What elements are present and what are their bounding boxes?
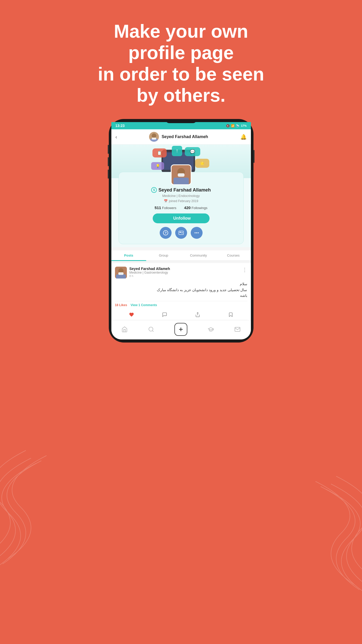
followers-label: Followers xyxy=(162,206,176,210)
profile-badge: S xyxy=(151,187,157,193)
profile-avatar xyxy=(171,164,191,185)
question-icon: ? xyxy=(163,230,168,235)
profile-stats: 511 Followers 420 Followings xyxy=(124,205,238,210)
nav-courses[interactable] xyxy=(208,326,214,332)
back-button[interactable]: ‹ xyxy=(115,134,117,140)
profile-joined: 📅 joined February 2019 xyxy=(124,199,238,203)
tab-courses[interactable]: Courses xyxy=(216,250,251,260)
followers-count: 511 xyxy=(155,205,161,210)
svg-point-29 xyxy=(198,232,199,233)
post-engagement: 18 Likes View 1 Comments xyxy=(115,301,247,309)
phone-notch xyxy=(166,119,197,123)
followings-label: Followings xyxy=(191,206,207,210)
nav-messages[interactable] xyxy=(234,326,241,332)
comment-icon xyxy=(162,312,167,317)
bottom-navigation xyxy=(111,320,251,339)
svg-rect-33 xyxy=(118,272,124,275)
svg-point-35 xyxy=(149,327,153,331)
notification-bell-icon[interactable]: 🔔 xyxy=(240,134,247,140)
post-avatar-img xyxy=(115,267,127,279)
more-icon xyxy=(194,230,199,236)
more-action-button[interactable] xyxy=(191,227,203,239)
help-action-button[interactable]: ? xyxy=(160,227,172,239)
post-menu-button[interactable]: ⋮ xyxy=(242,267,247,273)
svg-text:📋: 📋 xyxy=(157,150,162,155)
svg-rect-23 xyxy=(179,231,183,235)
svg-line-36 xyxy=(152,331,153,332)
nav-search[interactable] xyxy=(148,326,154,332)
heart-icon xyxy=(129,312,134,317)
svg-rect-3 xyxy=(152,138,156,140)
post-meta: Seyed Farshad Allameh Medicine | Gastroe… xyxy=(129,267,240,277)
followings-stat: 420 Followings xyxy=(184,205,207,210)
mail-icon xyxy=(234,326,241,332)
svg-point-28 xyxy=(196,232,197,233)
search-icon xyxy=(148,326,154,332)
nav-create-button[interactable] xyxy=(174,323,187,336)
tab-group[interactable]: Group xyxy=(146,250,181,260)
share-icon xyxy=(195,312,200,317)
svg-point-1 xyxy=(152,133,156,138)
profile-tabs: Posts Group Community Courses xyxy=(111,250,251,261)
post-time: 8 h xyxy=(129,274,240,277)
share-button[interactable] xyxy=(195,312,200,317)
profile-name-row: S Seyed Farshad Allameh xyxy=(124,187,238,193)
unfollow-button[interactable]: Unfollow xyxy=(153,213,210,223)
post-text-line1: سلام xyxy=(115,281,247,287)
wifi-icon: 📶 xyxy=(231,124,235,128)
volume-up-button xyxy=(108,145,109,154)
post-text-line3: باشه xyxy=(115,293,247,298)
post-header: Seyed Farshad Allameh Medicine | Gastroe… xyxy=(115,267,247,279)
media-action-button[interactable] xyxy=(175,227,187,239)
svg-rect-24 xyxy=(180,232,181,233)
header-center: Seyed Farshad Allameh xyxy=(149,132,208,142)
profile-avatar-wrap xyxy=(124,164,238,185)
app-header: ‹ Seyed Farshad Allameh xyxy=(111,129,251,145)
post-author-specialty: Medicine | Gastroenterology xyxy=(129,271,240,274)
post-author-avatar xyxy=(115,267,127,279)
post-card: Seyed Farshad Allameh Medicine | Gastroe… xyxy=(111,263,251,320)
followers-stat: 511 Followers xyxy=(155,205,176,210)
tab-community[interactable]: Community xyxy=(181,250,216,260)
svg-point-27 xyxy=(195,232,196,233)
joined-text: joined February 2019 xyxy=(169,199,198,203)
signal-icon: 📡 xyxy=(236,124,240,128)
power-button xyxy=(253,150,255,163)
bookmark-icon xyxy=(228,312,233,317)
header-avatar-img xyxy=(149,132,159,142)
profile-name: Seyed Farshad Allameh xyxy=(158,187,211,193)
media-icon xyxy=(178,230,184,236)
app-screen: ‹ Seyed Farshad Allameh xyxy=(111,129,251,339)
hero-line2: in order to be seen by others. xyxy=(91,63,272,106)
mute-icon: 🔇 xyxy=(226,124,230,128)
status-bar: 13:23 🔇 📶 📡 17% xyxy=(111,122,251,129)
silent-button xyxy=(108,170,109,179)
volume-down-button xyxy=(108,157,109,166)
post-actions xyxy=(115,309,247,320)
plus-icon xyxy=(178,326,184,332)
like-button[interactable] xyxy=(129,312,134,317)
svg-text:↑: ↑ xyxy=(176,148,178,153)
profile-specialty: Medicine | Endocrinology xyxy=(124,194,238,198)
hero-heading: Make your own profile page in order to b… xyxy=(65,0,297,119)
nav-home[interactable] xyxy=(121,326,128,332)
profile-avatar-img xyxy=(172,164,191,185)
tab-posts[interactable]: Posts xyxy=(111,250,146,260)
svg-text:?: ? xyxy=(165,231,167,235)
post-comments-link[interactable]: View 1 Comments xyxy=(130,303,157,307)
post-author-name: Seyed Farshad Allameh xyxy=(129,267,240,271)
followings-count: 420 xyxy=(184,205,191,210)
post-text-line2: سال تحصیلی جدید و ورود دانشجویان عزیز به… xyxy=(115,287,247,293)
svg-text:💬: 💬 xyxy=(190,149,195,154)
phone-mockup: 13:23 🔇 📶 📡 17% ‹ xyxy=(109,119,253,343)
comment-button[interactable] xyxy=(162,312,167,317)
header-avatar xyxy=(149,132,159,142)
courses-icon xyxy=(208,326,214,332)
bookmark-button[interactable] xyxy=(228,312,233,317)
profile-card: S Seyed Farshad Allameh Medicine | Endoc… xyxy=(119,172,244,244)
header-user-name: Seyed Farshad Allameh xyxy=(161,134,208,139)
status-icons: 🔇 📶 📡 17% xyxy=(226,124,247,128)
battery-text: 17% xyxy=(241,124,247,127)
home-icon xyxy=(121,326,128,332)
phone-body: 13:23 🔇 📶 📡 17% ‹ xyxy=(109,119,253,343)
